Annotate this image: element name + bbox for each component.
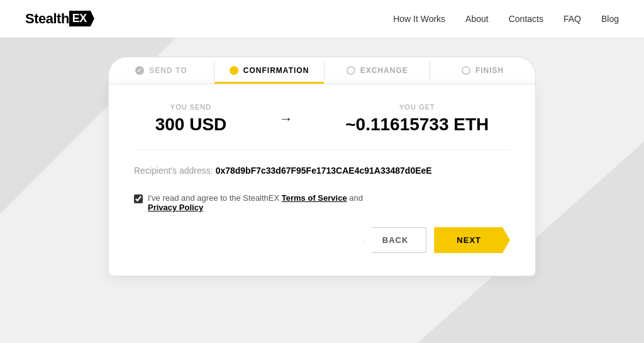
header: StealthEX How It WorksAboutContactsFAQBl…	[0, 0, 644, 38]
step-send-to[interactable]: ✓SEND TO	[109, 57, 214, 84]
stepper: ✓SEND TOCONFIRMATIONEXCHANGEFINISH	[108, 57, 536, 84]
agreement-checkbox[interactable]	[134, 194, 143, 203]
step-exchange: EXCHANGE	[325, 57, 430, 84]
agreement-text: I've read and agree to the StealthEX Ter…	[148, 193, 363, 212]
logo-stealth-text: Stealth	[25, 11, 69, 27]
step-finish: FINISH	[430, 57, 535, 84]
step-confirmation[interactable]: CONFIRMATION	[214, 57, 324, 84]
privacy-link[interactable]: Privacy Policy	[148, 203, 203, 212]
send-side: YOU SEND 300 USD	[155, 103, 227, 135]
step-dot-finish	[462, 66, 470, 75]
nav-item-faq[interactable]: FAQ	[564, 14, 581, 24]
agreement-text-middle: and	[347, 193, 363, 203]
get-amount: ~0.11615733 ETH	[345, 115, 489, 135]
nav-item-how-it-works[interactable]: How It Works	[393, 14, 445, 24]
exchange-summary: YOU SEND 300 USD → YOU GET ~0.11615733 E…	[134, 103, 510, 150]
main-content: ✓SEND TOCONFIRMATIONEXCHANGEFINISH YOU S…	[0, 38, 644, 276]
action-buttons: BACK NEXT	[134, 227, 510, 253]
get-side: YOU GET ~0.11615733 ETH	[345, 103, 489, 135]
recipient-row: Recipient's address:0x78d9bF7c33d67F95Fe…	[134, 166, 510, 176]
logo: StealthEX	[25, 11, 94, 27]
step-label-send-to: SEND TO	[149, 66, 187, 75]
back-button[interactable]: BACK	[364, 227, 427, 253]
step-label-finish: FINISH	[475, 66, 504, 75]
send-label: YOU SEND	[155, 103, 227, 111]
step-dot-confirmation	[230, 66, 238, 75]
send-amount: 300 USD	[155, 115, 227, 135]
nav-item-contacts[interactable]: Contacts	[509, 14, 543, 24]
agreement-row: I've read and agree to the StealthEX Ter…	[134, 193, 510, 212]
recipient-label: Recipient's address:	[134, 166, 213, 176]
next-button[interactable]: NEXT	[434, 227, 510, 253]
exchange-arrow-icon: →	[279, 111, 293, 127]
terms-link[interactable]: Terms of Service	[282, 193, 347, 203]
main-nav: How It WorksAboutContactsFAQBlog	[393, 14, 619, 24]
nav-item-blog[interactable]: Blog	[601, 14, 619, 24]
step-dot-send-to: ✓	[135, 66, 144, 75]
get-label: YOU GET	[345, 103, 489, 111]
nav-item-about[interactable]: About	[465, 14, 489, 24]
agreement-text-before: I've read and agree to the StealthEX	[148, 193, 282, 203]
step-dot-exchange	[347, 66, 355, 75]
recipient-address: 0x78d9bF7c33d67F95Fe1713CAE4c91A33487d0E…	[216, 166, 432, 176]
confirmation-card: YOU SEND 300 USD → YOU GET ~0.11615733 E…	[108, 84, 536, 276]
logo-ex-text: EX	[69, 11, 94, 26]
step-label-confirmation: CONFIRMATION	[243, 66, 309, 75]
step-label-exchange: EXCHANGE	[360, 66, 408, 75]
